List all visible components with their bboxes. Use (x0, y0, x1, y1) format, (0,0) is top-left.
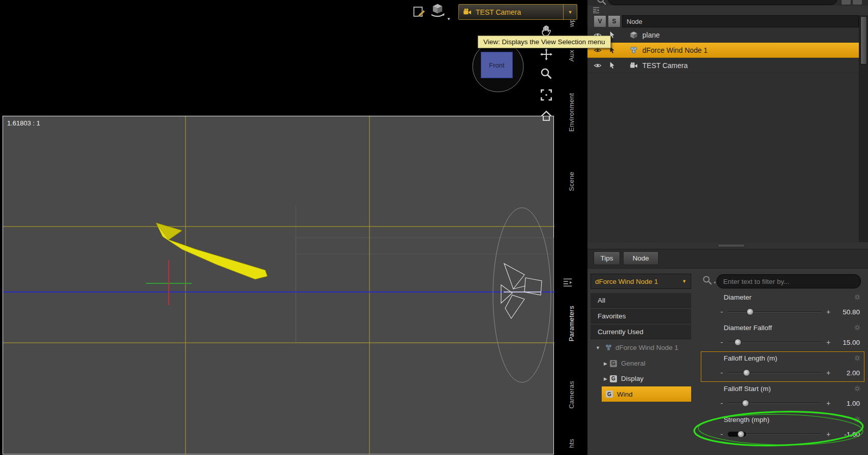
slider-handle[interactable] (734, 339, 741, 346)
slider-decrement-button[interactable]: - (719, 306, 725, 317)
view-cube-label: Front (489, 61, 504, 69)
tab-lights[interactable]: hts (568, 439, 575, 448)
tree-item-general[interactable]: ▶ G General (591, 356, 691, 371)
tab-environment[interactable]: Environment (568, 93, 575, 132)
chevron-down-icon[interactable]: ▼ (596, 345, 602, 350)
tree-item-display[interactable]: ▶ G Display (591, 371, 691, 386)
view-cube-front-face[interactable]: Front (481, 52, 513, 78)
tab-node[interactable]: Node (623, 251, 659, 265)
eye-icon[interactable] (594, 61, 602, 70)
param-label: Diameter (724, 294, 752, 301)
slider-track[interactable] (728, 338, 821, 346)
scene-filter-input[interactable] (608, 0, 838, 5)
slider-decrement-button[interactable]: - (719, 337, 725, 348)
slider-decrement-button[interactable]: - (719, 429, 725, 440)
slider-value[interactable]: 1.00 (831, 400, 860, 407)
slider-track[interactable] (728, 430, 821, 438)
gear-icon[interactable] (854, 385, 861, 392)
reference-box (296, 238, 553, 343)
frame-view-icon[interactable] (540, 89, 552, 101)
param-group-all[interactable]: All (591, 293, 691, 308)
camera-icon (630, 61, 638, 70)
tab-scene[interactable]: Scene (568, 172, 575, 191)
tab-tips[interactable]: Tips (594, 251, 620, 265)
chevron-down-icon[interactable]: ▼ (713, 281, 717, 284)
scene-item-label[interactable]: dForce Wind Node 1 (642, 46, 707, 54)
column-visible-button[interactable]: V (594, 15, 606, 27)
pane-menu-icon[interactable] (562, 277, 573, 288)
column-node-header[interactable]: Node (622, 15, 859, 27)
chevron-right-icon[interactable]: ▶ (604, 361, 610, 366)
camera-selector[interactable]: TEST Camera ▼ (458, 4, 577, 20)
slider-increment-button[interactable]: + (825, 429, 831, 440)
tree-item-label: General (621, 360, 645, 367)
tree-item-label: Wind (617, 391, 633, 398)
scrollbar-handle[interactable] (860, 16, 867, 64)
cursor-select-icon[interactable] (608, 61, 616, 69)
tree-item-wind[interactable]: G Wind (602, 386, 691, 402)
slider-increment-button[interactable]: + (825, 398, 831, 409)
chevron-down-icon[interactable]: ▼ (447, 17, 451, 21)
scene-scrollbar[interactable] (859, 15, 868, 242)
right-dock-panel: V S Node plane dForce Wind Node 1 TEST C… (587, 0, 868, 455)
slider-value[interactable]: 50.80 (831, 308, 860, 316)
filter-option-button[interactable] (853, 0, 862, 5)
slider-value[interactable]: -1.00 (831, 431, 860, 438)
slider-track[interactable] (728, 399, 821, 407)
scene-item-dforce-wind-node[interactable]: dForce Wind Node 1 (587, 43, 859, 58)
filter-option-button[interactable] (842, 0, 851, 5)
chevron-down-icon[interactable]: ▼ (564, 10, 577, 15)
move-cross-icon[interactable] (540, 48, 552, 60)
viewport-canvas[interactable] (3, 116, 554, 455)
scene-filter-sliver (587, 0, 868, 6)
scene-item-label[interactable]: TEST Camera (642, 61, 688, 70)
tab-aux-viewport[interactable]: Aux (568, 50, 575, 61)
home-view-icon[interactable] (540, 110, 552, 122)
param-label: Diameter Falloff (724, 324, 772, 332)
scene-list: plane dForce Wind Node 1 TEST Camera (587, 27, 859, 242)
tree-root-label: dForce Wind Node 1 (615, 344, 678, 351)
scene-item-test-camera[interactable]: TEST Camera (587, 58, 859, 73)
orbit-cube-icon[interactable] (429, 2, 446, 18)
slider-handle[interactable] (742, 400, 749, 407)
slider-increment-button[interactable]: + (825, 337, 831, 348)
slider-track[interactable] (728, 308, 821, 316)
parameter-tree-root[interactable]: ▼ dForce Wind Node 1 (591, 340, 691, 355)
camera-selector-label: TEST Camera (476, 8, 563, 16)
search-icon[interactable] (597, 0, 607, 6)
slider-value[interactable]: 2.00 (831, 369, 860, 377)
slider-decrement-button[interactable]: - (719, 367, 725, 378)
node-selector-dropdown[interactable]: dForce Wind Node 1 ▼ (591, 274, 691, 289)
tab-parameters[interactable]: Parameters (568, 306, 575, 341)
parameter-filter-input[interactable]: Enter text to filter by... (717, 274, 861, 288)
scene-item-plane[interactable]: plane (587, 27, 859, 43)
pan-hand-icon[interactable] (540, 24, 552, 37)
scene-item-label[interactable]: plane (642, 31, 660, 39)
slider-increment-button[interactable]: + (825, 367, 831, 378)
scene-edit-icon[interactable] (413, 5, 426, 18)
gear-icon[interactable] (854, 416, 861, 423)
slider-value[interactable]: 15.00 (831, 339, 860, 346)
chevron-right-icon[interactable]: ▶ (604, 376, 610, 381)
wind-node-gizmo[interactable] (493, 208, 551, 382)
tab-cameras[interactable]: Cameras (568, 381, 575, 409)
viewport-3d-view[interactable]: 1.61803 : 1 (3, 116, 554, 454)
pane-menu-icon[interactable] (592, 6, 601, 14)
param-group-currently-used[interactable]: Currently Used (591, 324, 691, 339)
search-icon[interactable] (702, 275, 712, 285)
slider-handle[interactable] (747, 308, 754, 315)
gear-icon[interactable] (854, 354, 861, 362)
gear-icon[interactable] (854, 324, 861, 331)
wind-node-icon (630, 46, 638, 54)
splitter-handle[interactable] (718, 244, 745, 247)
column-selectable-button[interactable]: S (608, 15, 621, 27)
gear-icon[interactable] (854, 294, 861, 301)
zoom-magnifier-icon[interactable] (540, 68, 552, 80)
camera-icon (463, 8, 472, 16)
param-group-favorites[interactable]: Favorites (591, 309, 691, 323)
slider-decrement-button[interactable]: - (719, 398, 725, 409)
slider-handle[interactable] (743, 369, 750, 376)
slider-handle[interactable] (737, 431, 745, 438)
slider-track[interactable] (728, 369, 821, 377)
slider-increment-button[interactable]: + (825, 306, 831, 317)
